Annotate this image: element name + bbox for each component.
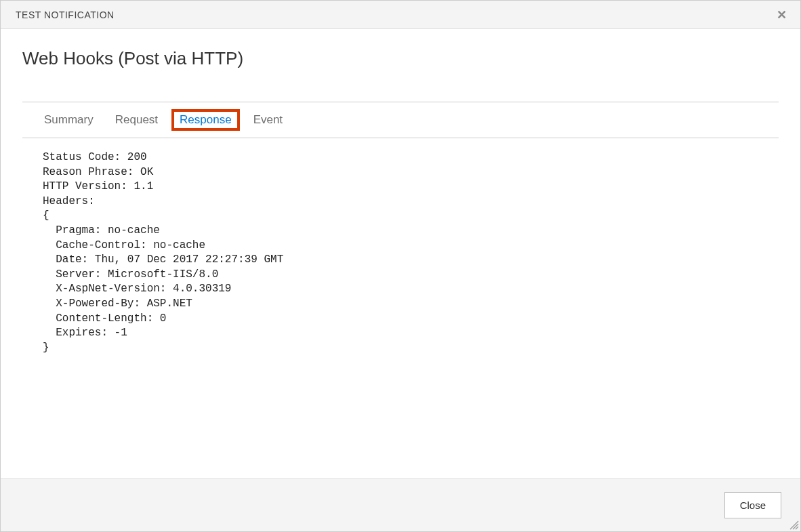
svg-line-1 [793,524,798,529]
dialog-title: TEST NOTIFICATION [16,9,115,20]
svg-line-2 [796,527,798,529]
dialog-titlebar: TEST NOTIFICATION ✕ [1,1,800,29]
dialog-content: Web Hooks (Post via HTTP) Summary Reques… [1,29,800,367]
tab-request[interactable]: Request [114,112,159,128]
response-body: Status Code: 200 Reason Phrase: OK HTTP … [22,138,779,367]
close-button[interactable]: Close [724,492,781,518]
page-title: Web Hooks (Post via HTTP) [22,48,779,69]
tab-summary[interactable]: Summary [43,112,95,128]
tabs: Summary Request Response Event [22,102,779,138]
resize-grip-icon[interactable] [788,519,799,530]
dialog-footer: Close [1,478,800,531]
close-icon[interactable]: ✕ [773,5,791,25]
tab-event[interactable]: Event [252,112,284,128]
tab-response[interactable]: Response [171,109,240,131]
